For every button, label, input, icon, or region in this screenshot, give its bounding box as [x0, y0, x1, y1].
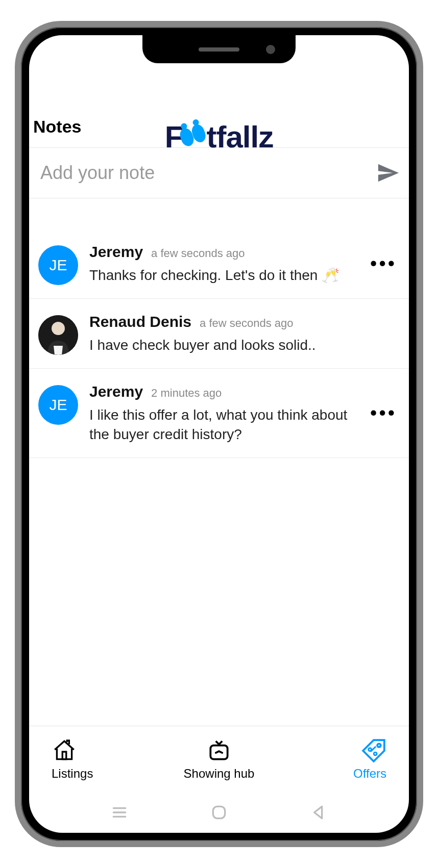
send-icon[interactable] [376, 161, 400, 185]
notes-list[interactable]: JE Jeremy a few seconds ago Thanks for c… [29, 198, 409, 726]
page-title: Notes [33, 117, 81, 137]
note-input-row [29, 147, 409, 198]
screen: Notes F tfallz [29, 35, 409, 833]
tab-offers[interactable]: Offers [275, 726, 409, 792]
notch-speaker [199, 47, 239, 52]
note-author: Jeremy [89, 243, 143, 261]
note-text: Thanks for checking. Let's do it then 🥂 [89, 266, 359, 285]
note-menu-icon[interactable]: ••• [370, 254, 397, 274]
brand-logo: F tfallz [165, 119, 273, 155]
svg-point-4 [377, 744, 381, 747]
note-header: Renaud Denis a few seconds ago [89, 313, 397, 330]
avatar-initials: JE [38, 385, 78, 425]
tab-label: Offers [353, 767, 386, 781]
tab-listings[interactable]: Listings [29, 726, 163, 792]
home-button[interactable] [209, 802, 229, 823]
svg-rect-2 [62, 752, 66, 759]
tab-label: Showing hub [184, 767, 255, 781]
phone-frame: Notes F tfallz [15, 21, 423, 847]
note-timestamp: a few seconds ago [151, 247, 245, 260]
tag-icon [361, 738, 386, 763]
logo-feet-icon [181, 128, 205, 146]
recent-apps-button[interactable] [109, 802, 130, 823]
tv-icon [206, 738, 232, 763]
svg-rect-8 [213, 806, 225, 818]
svg-point-1 [52, 322, 65, 335]
rounded-square-icon [209, 802, 229, 823]
device-mockup: Notes F tfallz [0, 0, 438, 868]
note-text: I have check buyer and looks solid.. [89, 336, 397, 355]
note-item: JE Jeremy 2 minutes ago I like this offe… [29, 369, 409, 458]
note-timestamp: 2 minutes ago [151, 387, 222, 400]
note-body: Renaud Denis a few seconds ago I have ch… [89, 313, 397, 355]
tab-showing-hub[interactable]: Showing hub [163, 726, 275, 792]
note-author: Jeremy [89, 383, 143, 400]
note-item: JE Jeremy a few seconds ago Thanks for c… [29, 229, 409, 299]
note-item: Renaud Denis a few seconds ago I have ch… [29, 299, 409, 369]
notch-camera [266, 45, 275, 54]
note-header: Jeremy 2 minutes ago [89, 383, 359, 400]
note-menu-icon[interactable]: ••• [370, 403, 397, 423]
triangle-back-icon [308, 802, 329, 823]
note-body: Jeremy a few seconds ago Thanks for chec… [89, 243, 359, 285]
home-icon [52, 738, 77, 763]
note-body: Jeremy 2 minutes ago I like this offer a… [89, 383, 359, 444]
note-header: Jeremy a few seconds ago [89, 243, 359, 261]
note-text: I like this offer a lot, what you think … [89, 405, 359, 444]
avatar-initials: JE [38, 245, 78, 285]
note-input[interactable] [40, 162, 370, 184]
person-silhouette-icon [38, 315, 78, 355]
tab-bar: Listings Showing hub O [29, 726, 409, 792]
logo-suffix: tfallz [206, 119, 273, 155]
android-nav-bar [29, 792, 409, 833]
note-author: Renaud Denis [89, 313, 191, 330]
phone-notch [142, 35, 296, 63]
note-timestamp: a few seconds ago [200, 317, 293, 330]
menu-lines-icon [109, 802, 130, 823]
tab-label: Listings [52, 767, 93, 781]
avatar-photo [38, 315, 78, 355]
back-button[interactable] [308, 802, 329, 823]
